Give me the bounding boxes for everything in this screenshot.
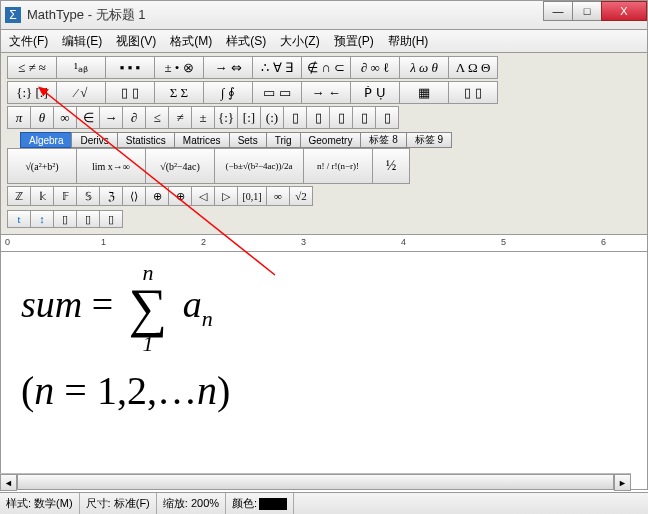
palette-sup-sub[interactable]: ¹ₐᵦ [56,56,106,79]
sym-oplus2[interactable]: ⊕ [168,186,192,206]
sym-leq[interactable]: ≤ [145,106,169,129]
mini-btn-2[interactable]: ↕ [30,210,54,228]
palette-sum[interactable]: Σ Σ [154,81,204,104]
horizontal-scrollbar[interactable]: ◄ ► [0,473,631,490]
equation-line-2: (n = 1,2,…n) [21,369,627,413]
palette-set[interactable]: ∉ ∩ ⊂ [301,56,351,79]
sym-tri-l[interactable]: ◁ [191,186,215,206]
tmpl-quadratic[interactable]: (−b±√(b²−4ac))/2a [214,148,304,184]
sym-angle[interactable]: ⟨⟩ [122,186,146,206]
palette-operators[interactable]: ± • ⊗ [154,56,204,79]
palette-misc[interactable]: ∂ ∞ ℓ [350,56,400,79]
palette-bars[interactable]: ▭ ▭ [252,81,302,104]
equation-line-1: sum = n ∑ 1 an [21,262,627,355]
menu-file[interactable]: 文件(F) [5,31,52,52]
close-button[interactable]: X [601,1,647,21]
sigma-symbol: ∑ [129,284,168,333]
menu-edit[interactable]: 编辑(E) [58,31,106,52]
tmpl-combination[interactable]: n! / r!(n−r)! [303,148,373,184]
palette-integral[interactable]: ∫ ∮ [203,81,253,104]
palette-scripts[interactable]: ▯ ▯ [105,81,155,104]
tmpl-pythag[interactable]: √(a²+b²) [7,148,77,184]
tmpl-bracket[interactable]: [:] [237,106,261,129]
formula-templates: √(a²+b²) lim x→∞ √(b²−4ac) (−b±√(b²−4ac)… [7,148,641,184]
sym-sqrt2[interactable]: √2 [289,186,313,206]
palette-accents[interactable]: Ṗ Ụ [350,81,400,104]
status-zoom[interactable]: 缩放: 200% [157,493,226,514]
mini-toolbar: t ↕ ▯ ▯ ▯ [7,210,641,228]
sym-k[interactable]: 𝕜 [30,186,54,206]
status-style[interactable]: 样式: 数学(M) [0,493,80,514]
menu-help[interactable]: 帮助(H) [384,31,433,52]
palette-row-1: ≤ ≠ ≈ ¹ₐᵦ ▪ ▪ ▪ ± • ⊗ → ⇔ ∴ ∀ ∃ ∉ ∩ ⊂ ∂ … [7,56,641,79]
sym-partial[interactable]: ∂ [122,106,146,129]
palette-frac-root[interactable]: ⁄ √ [56,81,106,104]
palette-matrix[interactable]: ▦ [399,81,449,104]
equation-editor[interactable]: sum = n ∑ 1 an (n = 1,2,…n) [0,252,648,490]
sym-inf2[interactable]: ∞ [266,186,290,206]
palette-arrows[interactable]: → ⇔ [203,56,253,79]
tab-trig[interactable]: Trig [266,132,301,148]
tmpl-box1[interactable]: ▯ [283,106,307,129]
palette-spaces[interactable]: ▪ ▪ ▪ [105,56,155,79]
palette-greek-upper[interactable]: Λ Ω Θ [448,56,498,79]
menu-view[interactable]: 视图(V) [112,31,160,52]
sym-frakZ[interactable]: ℨ [99,186,123,206]
hscroll-thumb[interactable] [17,474,614,490]
sym-neq[interactable]: ≠ [168,106,192,129]
sym-theta[interactable]: θ [30,106,54,129]
tab-8[interactable]: 标签 8 [360,132,406,148]
tmpl-paren[interactable]: (:) [260,106,284,129]
menu-style[interactable]: 样式(S) [222,31,270,52]
status-color[interactable]: 颜色: [226,493,294,514]
menu-format[interactable]: 格式(M) [166,31,216,52]
tab-derivs[interactable]: Derivs [71,132,117,148]
tab-matrices[interactable]: Matrices [174,132,230,148]
tmpl-half[interactable]: ½ [372,148,410,184]
palette-greek-lower[interactable]: λ ω θ [399,56,449,79]
tmpl-box3[interactable]: ▯ [329,106,353,129]
tab-algebra[interactable]: Algebra [20,132,72,148]
tab-statistics[interactable]: Statistics [117,132,175,148]
menu-size[interactable]: 大小(Z) [276,31,323,52]
tab-geometry[interactable]: Geometry [300,132,362,148]
sym-F[interactable]: 𝔽 [53,186,77,206]
palette-fences[interactable]: {:} [:] [7,81,57,104]
palette-logic[interactable]: ∴ ∀ ∃ [252,56,302,79]
tmpl-discriminant[interactable]: √(b²−4ac) [145,148,215,184]
mini-btn-4[interactable]: ▯ [76,210,100,228]
status-size[interactable]: 尺寸: 标准(F) [80,493,157,514]
tmpl-limit[interactable]: lim x→∞ [76,148,146,184]
mini-btn-3[interactable]: ▯ [53,210,77,228]
minimize-button[interactable]: — [543,1,573,21]
sym-interval[interactable]: [0,1] [237,186,267,206]
sym-element[interactable]: ∈ [76,106,100,129]
palette-relations[interactable]: ≤ ≠ ≈ [7,56,57,79]
window-buttons: — □ X [544,1,647,21]
menu-bar: 文件(F) 编辑(E) 视图(V) 格式(M) 样式(S) 大小(Z) 预置(P… [0,30,648,52]
sym-arrow[interactable]: → [99,106,123,129]
sym-pi[interactable]: π [7,106,31,129]
tab-9[interactable]: 标签 9 [406,132,452,148]
tmpl-box2[interactable]: ▯ [306,106,330,129]
tmpl-brace[interactable]: {:} [214,106,238,129]
sym-S[interactable]: 𝕊 [76,186,100,206]
tab-sets[interactable]: Sets [229,132,267,148]
scroll-right-icon[interactable]: ► [614,474,631,491]
mini-btn-1[interactable]: t [7,210,31,228]
tmpl-box5[interactable]: ▯ [375,106,399,129]
menu-preset[interactable]: 预置(P) [330,31,378,52]
maximize-button[interactable]: □ [572,1,602,21]
palette-boxes[interactable]: ▯ ▯ [448,81,498,104]
palette-labeled-arrows[interactable]: → ← [301,81,351,104]
scroll-left-icon[interactable]: ◄ [0,474,17,491]
sym-infinity[interactable]: ∞ [53,106,77,129]
sym-tri-r[interactable]: ▷ [214,186,238,206]
sym-oplus1[interactable]: ⊕ [145,186,169,206]
eq-term-base: a [183,283,202,325]
tmpl-box4[interactable]: ▯ [352,106,376,129]
sym-Z[interactable]: ℤ [7,186,31,206]
mini-btn-5[interactable]: ▯ [99,210,123,228]
sym-pm[interactable]: ± [191,106,215,129]
ruler-mark: 2 [201,237,206,247]
